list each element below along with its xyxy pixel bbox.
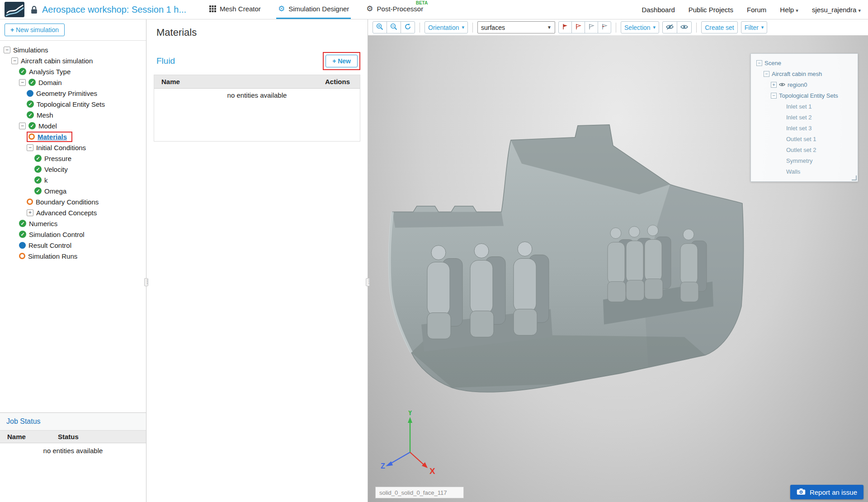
tree-item-boundary-conditions[interactable]: Boundary Conditions — [0, 196, 146, 207]
collapse-icon[interactable]: − — [27, 144, 33, 151]
tree-item-simulation-control[interactable]: ✓Simulation Control — [0, 229, 146, 240]
tree-item-materials[interactable]: Materials — [0, 131, 146, 142]
new-simulation-button[interactable]: + New simulation — [5, 24, 65, 36]
collapse-icon[interactable]: − — [19, 123, 26, 129]
tree-item-label: Result Control — [28, 242, 71, 249]
refresh-button[interactable] — [401, 21, 415, 33]
axis-gizmo[interactable]: Y Z X — [376, 411, 444, 478]
scene-item-label: Topological Entity Sets — [779, 92, 838, 99]
expand-icon[interactable]: + — [27, 209, 33, 216]
nav-item-help[interactable]: Help ▾ — [780, 6, 798, 14]
selection-dropdown[interactable]: Selection ▾ — [621, 21, 659, 33]
materials-panel: Materials Fluid + New Name Actions no en… — [146, 19, 368, 502]
tree-item-numerics[interactable]: ✓Numerics — [0, 218, 146, 229]
tree-item-advanced-concepts[interactable]: +Advanced Concepts — [0, 207, 146, 218]
chevron-down-icon: ▾ — [796, 8, 798, 13]
annotation-box-new-button: + New — [323, 52, 360, 70]
simscale-logo[interactable] — [5, 2, 24, 17]
select-nodes-button[interactable] — [598, 21, 611, 33]
tree-item-pressure[interactable]: ✓Pressure — [0, 153, 146, 164]
tree-item-mesh[interactable]: ✓Mesh — [0, 109, 146, 120]
picked-face-field[interactable] — [375, 487, 464, 498]
tree-item-label: Model — [38, 122, 57, 130]
tree-item-analysis-type[interactable]: ✓Analysis Type — [0, 66, 146, 77]
tree-item-label: Materials — [38, 133, 67, 141]
scene-item-inlet-set-3[interactable]: Inlet set 3 — [754, 123, 855, 133]
tree-item-label: Geometry Primitives — [36, 90, 97, 97]
panel-splitter-handle[interactable]: ⋮ — [144, 278, 148, 286]
tab-simulation-designer[interactable]: ⚙Simulation Designer — [276, 0, 351, 19]
orientation-dropdown[interactable]: Orientation ▾ — [425, 21, 468, 33]
tab-mesh-creator[interactable]: Mesh Creator — [208, 0, 263, 19]
scene-item-aircraft-cabin-mesh[interactable]: −Aircraft cabin mesh — [754, 68, 855, 79]
new-material-button[interactable]: + New — [326, 55, 358, 67]
tree-item-domain[interactable]: −✓Domain — [0, 77, 146, 88]
column-header: Name — [161, 78, 180, 85]
zoom-fit-button[interactable] — [387, 21, 401, 33]
tree-item-simulations[interactable]: −Simulations — [0, 44, 146, 55]
scene-item-label: Inlet set 1 — [786, 103, 811, 110]
scene-item-region0[interactable]: +region0 — [754, 79, 855, 90]
job-status-empty-text: no entities available — [0, 443, 146, 455]
axis-z-label: Z — [381, 462, 385, 470]
collapse-icon[interactable]: − — [4, 47, 10, 53]
collapse-icon[interactable]: − — [756, 60, 762, 66]
tree-item-initial-conditions[interactable]: −Initial Conditions — [0, 142, 146, 153]
collapse-icon[interactable]: − — [11, 57, 18, 64]
status-dot-icon — [27, 90, 33, 97]
plus-icon: + — [332, 57, 336, 65]
tab-label: Simulation Designer — [288, 5, 349, 13]
tab-post-processor[interactable]: ⚙Post-ProcessorBETA — [364, 0, 425, 19]
tree-item-label: Numerics — [29, 220, 57, 227]
viewport-canvas[interactable]: −Scene−Aircraft cabin mesh+region0−Topol… — [368, 35, 868, 502]
check-icon: ✓ — [19, 68, 26, 75]
create-set-button[interactable]: Create set — [701, 21, 738, 33]
tree-item-label: Simulations — [13, 46, 48, 54]
simulation-tree: −Simulations−Aircraft cabin simulation✓A… — [0, 41, 146, 412]
select-volumes-button[interactable] — [571, 21, 585, 33]
scene-item-inlet-set-2[interactable]: Inlet set 2 — [754, 112, 855, 123]
tree-item-omega[interactable]: ✓Omega — [0, 185, 146, 196]
tree-item-model[interactable]: −✓Model — [0, 120, 146, 131]
project-title[interactable]: Aerospace workshop: Session 1 h... — [42, 5, 195, 15]
collapse-icon[interactable]: − — [764, 71, 769, 77]
nav-item-public-projects[interactable]: Public Projects — [689, 6, 733, 14]
filter-dropdown[interactable]: Filter ▾ — [741, 21, 768, 33]
tree-item-geometry-primitives[interactable]: Geometry Primitives — [0, 88, 146, 99]
scene-item-walls[interactable]: Walls — [754, 166, 855, 177]
tab-label: Post-Processor — [377, 5, 424, 13]
zoom-in-button[interactable] — [373, 21, 387, 33]
scene-item-outlet-set-1[interactable]: Outlet set 1 — [754, 133, 855, 144]
select-faces-button[interactable] — [558, 21, 572, 33]
select-arrow-icon: ▼ — [547, 25, 552, 30]
axis-y-label: Y — [408, 411, 413, 417]
tree-item-result-control[interactable]: Result Control — [0, 240, 146, 251]
chevron-down-icon: ▾ — [462, 24, 464, 30]
collapse-icon[interactable]: − — [771, 93, 777, 99]
scene-tree-panel[interactable]: −Scene−Aircraft cabin mesh+region0−Topol… — [750, 53, 858, 182]
nav-item-dashboard[interactable]: Dashboard — [642, 6, 675, 14]
hide-selected-button[interactable] — [662, 21, 677, 33]
nav-item-sjesu-rajendra[interactable]: sjesu_rajendra ▾ — [812, 6, 861, 14]
tree-item-velocity[interactable]: ✓Velocity — [0, 164, 146, 175]
render-mode-select[interactable]: surfaces ▼ — [477, 21, 555, 33]
scene-item-label: Outlet set 2 — [786, 147, 816, 153]
tree-item-k[interactable]: ✓k — [0, 175, 146, 185]
eye-icon[interactable] — [779, 82, 785, 87]
scene-item-outlet-set-2[interactable]: Outlet set 2 — [754, 144, 855, 155]
select-edges-button[interactable] — [585, 21, 598, 33]
zoom-fit-icon — [390, 23, 397, 32]
scene-item-scene[interactable]: −Scene — [754, 57, 855, 68]
scene-item-topological-entity-sets[interactable]: −Topological Entity Sets — [754, 90, 855, 101]
tree-item-aircraft-cabin-simulation[interactable]: −Aircraft cabin simulation — [0, 55, 146, 66]
panel-splitter-handle[interactable]: ⋮ — [366, 278, 370, 286]
tree-item-simulation-runs[interactable]: Simulation Runs — [0, 251, 146, 261]
scene-item-inlet-set-1[interactable]: Inlet set 1 — [754, 101, 855, 112]
expand-icon[interactable]: + — [771, 82, 777, 88]
nav-item-forum[interactable]: Forum — [747, 6, 766, 14]
tree-item-topological-entity-sets[interactable]: ✓Topological Entity Sets — [0, 99, 146, 109]
report-issue-button[interactable]: Report an issue — [790, 485, 863, 499]
scene-item-symmetry[interactable]: Symmetry — [754, 155, 855, 166]
collapse-icon[interactable]: − — [19, 79, 26, 86]
show-all-button[interactable] — [677, 21, 692, 33]
